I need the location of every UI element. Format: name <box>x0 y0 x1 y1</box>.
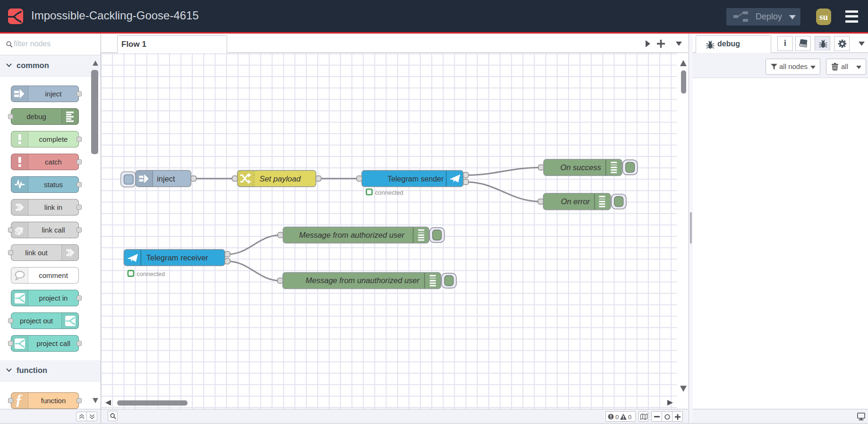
svg-text:On error: On error <box>561 197 591 206</box>
svg-text:connected: connected <box>375 189 403 196</box>
svg-text:inject: inject <box>157 174 175 183</box>
svg-text:On success: On success <box>560 163 601 172</box>
svg-text:Telegram sender: Telegram sender <box>387 175 444 183</box>
svg-text:Message from authorized user: Message from authorized user <box>299 231 405 239</box>
svg-text:Set payload: Set payload <box>259 174 301 183</box>
svg-text:Telegram receiver: Telegram receiver <box>146 253 209 262</box>
svg-text:Message from unauthorized user: Message from unauthorized user <box>306 276 420 285</box>
svg-text:connected: connected <box>136 270 165 277</box>
